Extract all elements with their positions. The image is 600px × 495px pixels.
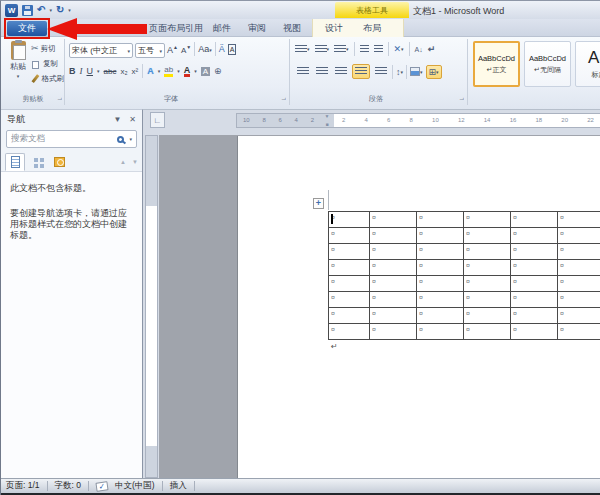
cut-button[interactable]: ✂ 剪切 (31, 41, 64, 56)
table-cell[interactable]: ¤ (464, 260, 511, 276)
table-cell[interactable]: ¤ (329, 228, 370, 244)
sort-icon[interactable]: A↓ (415, 46, 423, 53)
qat-customize-icon[interactable]: ▾ (68, 7, 71, 13)
table-cell[interactable]: ¤ (558, 228, 600, 244)
text-effects-button[interactable]: A (147, 66, 154, 76)
shrink-font-button[interactable]: A▼ (181, 44, 191, 55)
table-cell[interactable]: ¤ (464, 324, 511, 340)
tab-page-layout[interactable]: 页面布局 (149, 22, 185, 35)
table-cell[interactable]: ¤ (558, 308, 600, 324)
justify-button[interactable] (352, 64, 370, 79)
table-cell[interactable]: ¤ (329, 260, 370, 276)
underline-dropdown-icon[interactable]: ▾ (97, 68, 100, 74)
table-cell[interactable]: ¤ (558, 260, 600, 276)
browse-pages-tab[interactable] (27, 153, 47, 171)
table-cell[interactable]: ¤ (417, 292, 464, 308)
style-card-normal[interactable]: AaBbCcDd ↵正文 (473, 41, 520, 87)
save-icon[interactable] (22, 5, 33, 16)
table-cell[interactable]: ¤ (370, 212, 417, 228)
tab-table-layout[interactable]: 布局 (363, 22, 381, 35)
table-cell[interactable]: ¤ (558, 324, 600, 340)
undo-dropdown-icon[interactable]: ▾ (49, 7, 52, 13)
style-card-no-spacing[interactable]: AaBbCcDd ↵无间隔 (524, 41, 571, 87)
table-cell[interactable]: ¤ (558, 244, 600, 260)
tab-review[interactable]: 审阅 (248, 22, 266, 35)
table-cell[interactable]: ¤ (511, 308, 558, 324)
table-cell[interactable]: ¤ (417, 212, 464, 228)
highlight-dropdown-icon[interactable]: ▾ (177, 68, 180, 74)
font-color-dropdown-icon[interactable]: ▾ (194, 68, 197, 74)
tab-view[interactable]: 视图 (283, 22, 301, 35)
style-card-heading[interactable]: Aa 标题 (575, 41, 600, 87)
table-cell[interactable]: ¤ (370, 260, 417, 276)
table-cell[interactable]: ¤ (417, 244, 464, 260)
subscript-button[interactable]: x₂ (120, 67, 127, 76)
numbering-button[interactable]: ▾ (315, 45, 330, 54)
table-cell[interactable]: ¤ (370, 228, 417, 244)
table-cell[interactable]: ¤ (329, 244, 370, 260)
table-cell[interactable]: ¤ (370, 324, 417, 340)
paste-dropdown-icon[interactable]: ▾ (17, 73, 20, 79)
table-cell[interactable]: ¤ (511, 244, 558, 260)
font-size-combo[interactable]: 五号 ▾ (135, 43, 165, 58)
pane-close-icon[interactable]: ✕ (129, 115, 136, 124)
table-cell[interactable]: ¤ (464, 228, 511, 244)
paragraph-dialog-launcher-icon[interactable]: ⌐ (456, 95, 464, 103)
table-move-handle[interactable]: + (313, 198, 324, 209)
font-name-dropdown-icon[interactable]: ▾ (127, 48, 130, 54)
table-cell[interactable]: ¤ (464, 212, 511, 228)
decrease-indent-icon[interactable] (360, 45, 369, 54)
multilevel-list-button[interactable]: ▾ (334, 45, 349, 54)
underline-button[interactable]: U (87, 66, 94, 76)
table-cell[interactable]: ¤ (329, 324, 370, 340)
font-color-button[interactable]: A (184, 66, 191, 77)
language-indicator[interactable]: 中文(中国) (115, 480, 155, 492)
align-left-button[interactable] (295, 65, 311, 78)
table-cell[interactable]: ¤ (417, 324, 464, 340)
horizontal-ruler[interactable]: 108642 ▼■ 246810121416182022 (236, 113, 600, 128)
paste-button[interactable]: 粘贴 ▾ (4, 41, 32, 91)
highlight-color-button[interactable]: ab (164, 66, 173, 77)
increase-indent-icon[interactable] (374, 45, 383, 54)
bold-button[interactable]: B (69, 66, 76, 76)
bullets-button[interactable]: ▾ (295, 45, 310, 54)
table-cell[interactable]: ¤ (464, 244, 511, 260)
distribute-button[interactable] (373, 65, 389, 78)
character-border-icon[interactable]: A (228, 44, 237, 55)
insert-mode-indicator[interactable]: 插入 (170, 480, 187, 492)
table-cell[interactable]: ¤ (370, 308, 417, 324)
tab-references[interactable]: 引用 (185, 22, 203, 35)
change-case-button[interactable]: Aa▾ (198, 44, 212, 54)
pane-collapse-icon[interactable]: ▼ (113, 115, 121, 124)
table-cell[interactable]: ¤ (511, 228, 558, 244)
word-count[interactable]: 字数: 0 (55, 480, 81, 492)
table-cell[interactable]: ¤ (464, 276, 511, 292)
italic-button[interactable]: I (80, 66, 83, 76)
undo-icon[interactable]: ↶ (37, 5, 45, 15)
align-center-button[interactable] (314, 65, 330, 78)
tab-table-design[interactable]: 设计 (325, 22, 343, 35)
vertical-ruler[interactable] (145, 135, 158, 478)
shading-button[interactable]: ▾ (410, 67, 423, 76)
table-cell[interactable]: ¤ (511, 292, 558, 308)
strikethrough-button[interactable]: abc (104, 67, 117, 76)
table-cell[interactable]: ¤ (417, 228, 464, 244)
asian-layout-button[interactable]: ✕▾ (394, 44, 404, 54)
text-effects-dropdown-icon[interactable]: ▾ (158, 68, 161, 74)
clipboard-dialog-launcher-icon[interactable]: ⌐ (54, 95, 62, 103)
table-cell[interactable]: ¤ (329, 212, 370, 228)
previous-result-icon[interactable]: ▲ (120, 159, 126, 165)
superscript-button[interactable]: x² (132, 67, 139, 76)
browse-results-tab[interactable] (49, 153, 69, 171)
table-cell[interactable]: ¤ (558, 292, 600, 308)
borders-button[interactable]: ⊞▾ (426, 65, 442, 79)
search-icon[interactable] (117, 136, 124, 143)
show-marks-icon[interactable]: ↵ (428, 44, 436, 54)
format-painter-button[interactable]: 格式刷 (31, 71, 64, 86)
table-cell[interactable]: ¤ (558, 212, 600, 228)
grow-font-button[interactable]: A▲ (167, 44, 178, 55)
table-cell[interactable]: ¤ (329, 276, 370, 292)
font-size-dropdown-icon[interactable]: ▾ (159, 48, 162, 54)
line-spacing-button[interactable]: ↕▾ (396, 67, 403, 77)
font-dialog-launcher-icon[interactable]: ⌐ (278, 95, 286, 103)
